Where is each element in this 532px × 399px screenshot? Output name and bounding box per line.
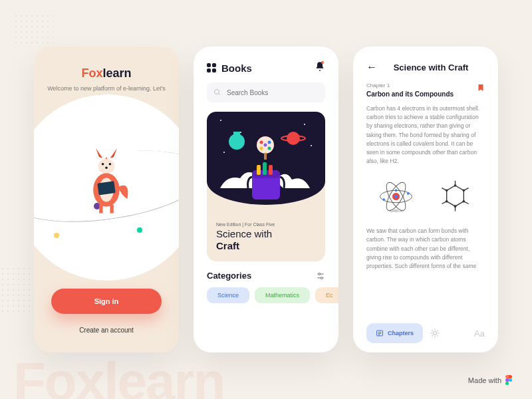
page-title: Books: [221, 63, 252, 74]
svg-point-50: [454, 205, 457, 207]
svg-point-47: [454, 184, 457, 187]
category-pill-math[interactable]: Mathematics: [255, 287, 310, 303]
svg-point-18: [260, 147, 263, 150]
book-cover-art: [207, 112, 325, 205]
svg-point-51: [446, 200, 448, 203]
svg-point-5: [105, 166, 108, 169]
svg-point-37: [407, 192, 410, 195]
chapters-button[interactable]: Chapters: [366, 323, 423, 343]
molecule-diagram: [436, 176, 475, 216]
svg-point-19: [268, 147, 271, 150]
create-account-link[interactable]: Create an account: [34, 327, 179, 334]
background-watermark: Foxlearn: [13, 351, 224, 399]
menu-grid-icon[interactable]: [207, 63, 216, 72]
svg-rect-24: [257, 165, 261, 175]
chapter-label: Chapter 1: [366, 82, 454, 88]
svg-line-65: [437, 330, 438, 331]
svg-point-52: [446, 189, 448, 192]
onboarding-screen: Foxlearn Welcome to new platform of e-le…: [34, 47, 179, 352]
svg-point-3: [102, 163, 104, 166]
chapter-paragraph: We saw that carbon can form bonds with c…: [353, 220, 498, 277]
svg-rect-7: [99, 205, 102, 213]
svg-point-38: [382, 198, 385, 201]
svg-marker-40: [447, 186, 464, 206]
chapter-title: Carbon and its Compounds: [366, 90, 454, 98]
book-card[interactable]: New Edition | For Class Five Science wit…: [207, 112, 325, 261]
svg-line-63: [437, 335, 438, 336]
svg-point-9: [215, 90, 219, 94]
notification-badge: [321, 61, 324, 64]
svg-line-62: [432, 330, 432, 331]
book-edition: New Edition | For Class Five: [216, 222, 275, 227]
back-button[interactable]: ←: [366, 61, 377, 73]
category-pill-econ[interactable]: Ec: [315, 287, 338, 303]
notification-icon[interactable]: [315, 61, 325, 74]
svg-point-13: [287, 132, 300, 145]
made-with-label: Made with: [468, 375, 512, 386]
brand-logo: Foxlearn: [47, 66, 166, 80]
book-title-line1: Science with: [216, 228, 272, 239]
svg-line-10: [219, 94, 221, 96]
svg-point-35: [394, 194, 398, 198]
search-field[interactable]: [227, 89, 319, 96]
svg-point-36: [395, 189, 398, 192]
chapters-label: Chapters: [388, 330, 414, 336]
brand-prefix: Fox: [81, 66, 102, 80]
svg-line-64: [432, 335, 432, 336]
svg-point-57: [433, 331, 436, 334]
font-size-button[interactable]: Aa: [474, 329, 485, 338]
brightness-icon[interactable]: [430, 328, 440, 338]
page-title: Science with Craft: [388, 63, 474, 72]
orbit-dot: [54, 233, 59, 238]
svg-point-17: [268, 141, 271, 144]
category-pill-science[interactable]: Science: [207, 287, 249, 303]
svg-text:CARBON: CARBON: [390, 209, 403, 213]
text-fade: [353, 293, 498, 319]
figma-icon: [505, 375, 512, 386]
bookmark-icon[interactable]: [477, 82, 485, 93]
svg-point-30: [321, 277, 323, 279]
svg-point-20: [264, 144, 267, 147]
search-icon: [213, 88, 221, 96]
chapter-screen: ← Science with Craft Chapter 1 Carbon an…: [353, 47, 498, 352]
fox-illustration: [76, 145, 136, 217]
search-input[interactable]: [207, 82, 325, 102]
svg-rect-26: [269, 165, 273, 175]
svg-rect-12: [233, 132, 240, 137]
svg-point-4: [109, 163, 112, 166]
filter-icon[interactable]: [316, 271, 325, 281]
chapter-paragraph: Carbon has 4 electrons in its outermost …: [353, 98, 498, 172]
orbit-dot: [137, 227, 142, 233]
svg-point-2: [98, 159, 114, 174]
svg-rect-21: [264, 153, 267, 160]
svg-point-16: [260, 141, 263, 144]
svg-point-28: [319, 273, 321, 275]
books-screen: Books: [194, 47, 338, 352]
decorative-dots: [13, 13, 53, 47]
brand-suffix: learn: [102, 66, 131, 80]
book-title-line2: Craft: [216, 240, 239, 251]
atom-diagram: CARBON: [376, 176, 416, 216]
categories-heading: Categories: [207, 271, 251, 281]
svg-rect-6: [97, 181, 115, 195]
list-icon: [376, 329, 384, 337]
svg-rect-8: [110, 205, 113, 213]
svg-point-49: [463, 200, 466, 203]
signin-button[interactable]: Sign in: [51, 289, 162, 314]
svg-rect-25: [263, 162, 267, 175]
svg-point-48: [463, 189, 466, 192]
